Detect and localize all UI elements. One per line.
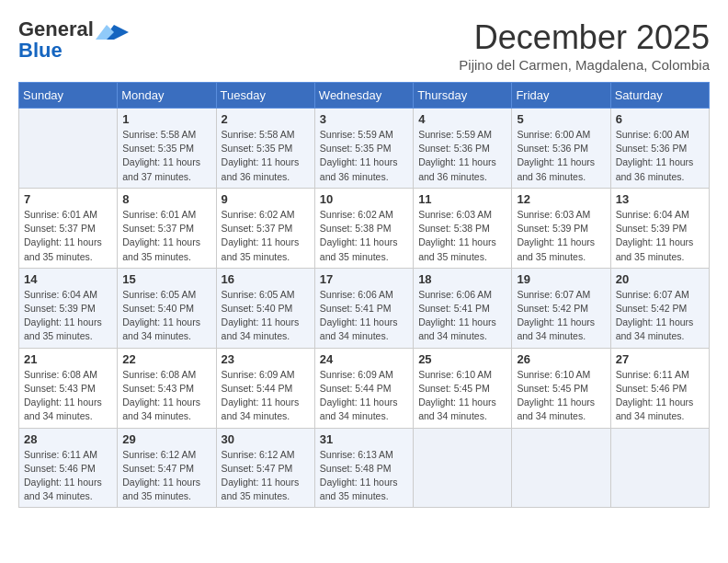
col-header-thursday: Thursday [414, 83, 512, 109]
day-number: 17 [320, 272, 408, 286]
day-number: 20 [616, 272, 704, 286]
day-number: 30 [222, 432, 310, 446]
day-info: Sunrise: 6:04 AMSunset: 5:39 PMDaylight:… [24, 288, 112, 344]
day-info: Sunrise: 6:09 AMSunset: 5:44 PMDaylight:… [320, 368, 408, 424]
calendar-day-cell: 13Sunrise: 6:04 AMSunset: 5:39 PMDayligh… [610, 188, 709, 268]
calendar-week-row: 7Sunrise: 6:01 AMSunset: 5:37 PMDaylight… [19, 188, 710, 268]
col-header-monday: Monday [118, 83, 216, 109]
calendar-day-cell: 24Sunrise: 6:09 AMSunset: 5:44 PMDayligh… [314, 348, 413, 428]
calendar-day-cell: 27Sunrise: 6:11 AMSunset: 5:46 PMDayligh… [610, 348, 709, 428]
calendar-day-cell: 1Sunrise: 5:58 AMSunset: 5:35 PMDaylight… [118, 109, 216, 189]
col-header-wednesday: Wednesday [314, 83, 413, 109]
calendar-header-row: SundayMondayTuesdayWednesdayThursdayFrid… [19, 83, 710, 109]
day-number: 15 [122, 272, 210, 286]
logo-line1: General [18, 18, 94, 40]
calendar-day-cell: 4Sunrise: 5:59 AMSunset: 5:36 PMDaylight… [414, 109, 512, 189]
logo: General Blue [18, 18, 129, 61]
day-info: Sunrise: 6:07 AMSunset: 5:42 PMDaylight:… [616, 288, 704, 344]
calendar-day-cell: 16Sunrise: 6:05 AMSunset: 5:40 PMDayligh… [216, 268, 314, 348]
calendar-day-cell: 8Sunrise: 6:01 AMSunset: 5:37 PMDaylight… [118, 188, 216, 268]
col-header-friday: Friday [512, 83, 610, 109]
day-number: 29 [122, 432, 210, 446]
day-number: 10 [320, 192, 408, 206]
day-info: Sunrise: 5:58 AMSunset: 5:35 PMDaylight:… [122, 128, 210, 184]
calendar-day-cell: 6Sunrise: 6:00 AMSunset: 5:36 PMDaylight… [610, 109, 709, 189]
day-info: Sunrise: 6:03 AMSunset: 5:39 PMDaylight:… [517, 208, 605, 264]
day-number: 8 [122, 192, 210, 206]
calendar-week-row: 21Sunrise: 6:08 AMSunset: 5:43 PMDayligh… [19, 348, 710, 428]
col-header-tuesday: Tuesday [216, 83, 314, 109]
logo-icon [96, 23, 129, 43]
day-info: Sunrise: 6:10 AMSunset: 5:45 PMDaylight:… [517, 368, 605, 424]
day-number: 9 [222, 192, 310, 206]
day-number: 2 [222, 112, 310, 126]
day-info: Sunrise: 6:11 AMSunset: 5:46 PMDaylight:… [616, 368, 704, 424]
day-info: Sunrise: 5:59 AMSunset: 5:36 PMDaylight:… [418, 128, 506, 184]
calendar-day-cell [414, 428, 512, 508]
day-info: Sunrise: 6:03 AMSunset: 5:38 PMDaylight:… [418, 208, 506, 264]
day-number: 12 [517, 192, 605, 206]
calendar-day-cell: 10Sunrise: 6:02 AMSunset: 5:38 PMDayligh… [314, 188, 413, 268]
calendar-day-cell: 21Sunrise: 6:08 AMSunset: 5:43 PMDayligh… [19, 348, 118, 428]
calendar-day-cell: 28Sunrise: 6:11 AMSunset: 5:46 PMDayligh… [19, 428, 118, 508]
day-info: Sunrise: 6:01 AMSunset: 5:37 PMDaylight:… [24, 208, 112, 264]
day-info: Sunrise: 6:12 AMSunset: 5:47 PMDaylight:… [222, 448, 310, 504]
calendar-day-cell: 26Sunrise: 6:10 AMSunset: 5:45 PMDayligh… [512, 348, 610, 428]
day-number: 5 [517, 112, 605, 126]
day-info: Sunrise: 5:59 AMSunset: 5:35 PMDaylight:… [320, 128, 408, 184]
day-info: Sunrise: 6:04 AMSunset: 5:39 PMDaylight:… [616, 208, 704, 264]
day-number: 14 [24, 272, 112, 286]
calendar-day-cell [19, 109, 118, 189]
day-number: 21 [24, 352, 112, 366]
logo-line2: Blue [18, 40, 94, 61]
day-info: Sunrise: 6:00 AMSunset: 5:36 PMDaylight:… [517, 128, 605, 184]
day-number: 16 [222, 272, 310, 286]
day-info: Sunrise: 6:07 AMSunset: 5:42 PMDaylight:… [517, 288, 605, 344]
day-number: 13 [616, 192, 704, 206]
col-header-saturday: Saturday [610, 83, 709, 109]
day-number: 23 [222, 352, 310, 366]
page-header: General Blue December 2025 Pijino del Ca… [18, 18, 710, 73]
day-number: 26 [517, 352, 605, 366]
calendar-day-cell: 15Sunrise: 6:05 AMSunset: 5:40 PMDayligh… [118, 268, 216, 348]
day-number: 27 [616, 352, 704, 366]
calendar-day-cell: 11Sunrise: 6:03 AMSunset: 5:38 PMDayligh… [414, 188, 512, 268]
day-number: 11 [418, 192, 506, 206]
day-info: Sunrise: 5:58 AMSunset: 5:35 PMDaylight:… [222, 128, 310, 184]
calendar-day-cell [610, 428, 709, 508]
calendar-day-cell: 9Sunrise: 6:02 AMSunset: 5:37 PMDaylight… [216, 188, 314, 268]
month-title: December 2025 [459, 18, 710, 57]
calendar-day-cell: 3Sunrise: 5:59 AMSunset: 5:35 PMDaylight… [314, 109, 413, 189]
day-number: 18 [418, 272, 506, 286]
calendar-day-cell: 5Sunrise: 6:00 AMSunset: 5:36 PMDaylight… [512, 109, 610, 189]
day-number: 6 [616, 112, 704, 126]
calendar-day-cell: 17Sunrise: 6:06 AMSunset: 5:41 PMDayligh… [314, 268, 413, 348]
day-info: Sunrise: 6:05 AMSunset: 5:40 PMDaylight:… [222, 288, 310, 344]
day-info: Sunrise: 6:08 AMSunset: 5:43 PMDaylight:… [122, 368, 210, 424]
calendar-day-cell: 19Sunrise: 6:07 AMSunset: 5:42 PMDayligh… [512, 268, 610, 348]
day-info: Sunrise: 6:11 AMSunset: 5:46 PMDaylight:… [24, 448, 112, 504]
calendar-day-cell [512, 428, 610, 508]
day-number: 1 [122, 112, 210, 126]
calendar-day-cell: 20Sunrise: 6:07 AMSunset: 5:42 PMDayligh… [610, 268, 709, 348]
calendar-day-cell: 29Sunrise: 6:12 AMSunset: 5:47 PMDayligh… [118, 428, 216, 508]
day-number: 24 [320, 352, 408, 366]
day-number: 4 [418, 112, 506, 126]
calendar-table: SundayMondayTuesdayWednesdayThursdayFrid… [18, 82, 710, 508]
day-info: Sunrise: 6:06 AMSunset: 5:41 PMDaylight:… [320, 288, 408, 344]
calendar-week-row: 1Sunrise: 5:58 AMSunset: 5:35 PMDaylight… [19, 109, 710, 189]
calendar-day-cell: 2Sunrise: 5:58 AMSunset: 5:35 PMDaylight… [216, 109, 314, 189]
day-number: 3 [320, 112, 408, 126]
calendar-day-cell: 14Sunrise: 6:04 AMSunset: 5:39 PMDayligh… [19, 268, 118, 348]
calendar-week-row: 14Sunrise: 6:04 AMSunset: 5:39 PMDayligh… [19, 268, 710, 348]
calendar-day-cell: 23Sunrise: 6:09 AMSunset: 5:44 PMDayligh… [216, 348, 314, 428]
day-info: Sunrise: 6:13 AMSunset: 5:48 PMDaylight:… [320, 448, 408, 504]
day-info: Sunrise: 6:08 AMSunset: 5:43 PMDaylight:… [24, 368, 112, 424]
day-info: Sunrise: 6:02 AMSunset: 5:38 PMDaylight:… [320, 208, 408, 264]
day-number: 7 [24, 192, 112, 206]
day-number: 28 [24, 432, 112, 446]
day-number: 25 [418, 352, 506, 366]
calendar-day-cell: 25Sunrise: 6:10 AMSunset: 5:45 PMDayligh… [414, 348, 512, 428]
day-info: Sunrise: 6:10 AMSunset: 5:45 PMDaylight:… [418, 368, 506, 424]
calendar-day-cell: 30Sunrise: 6:12 AMSunset: 5:47 PMDayligh… [216, 428, 314, 508]
